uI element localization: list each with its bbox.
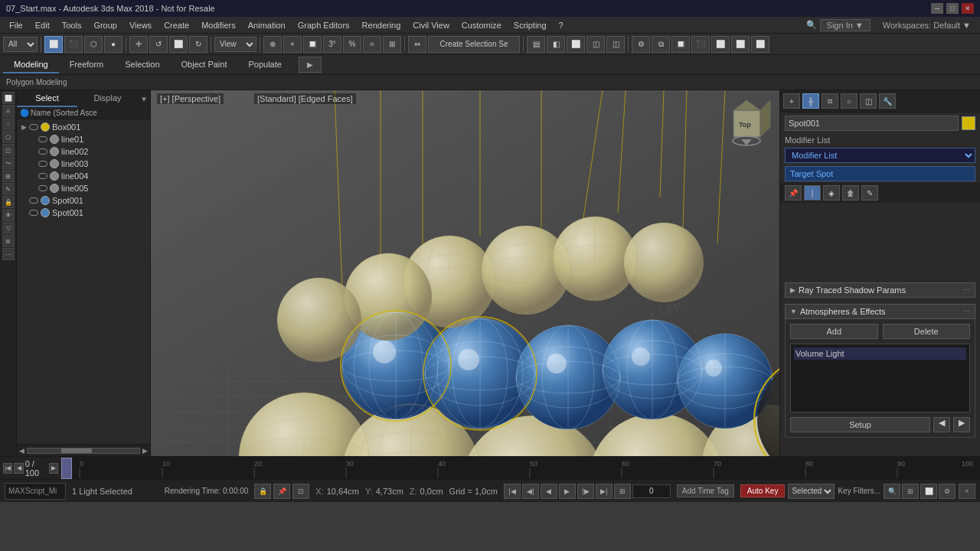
list-item-spot001b[interactable]: Spot001 <box>18 207 149 219</box>
menu-file[interactable]: File <box>3 19 29 31</box>
window-controls[interactable]: ─ □ ✕ <box>931 3 974 14</box>
percent-snap-btn[interactable]: % <box>343 36 361 53</box>
list-item-spot001a[interactable]: Spot001 <box>18 194 149 207</box>
panel-tab-display[interactable]: Display <box>77 90 138 107</box>
filter4-btn[interactable]: ⚙ <box>939 484 956 499</box>
atm-add-btn[interactable]: Add <box>790 324 878 339</box>
current-frame-input[interactable] <box>632 484 671 498</box>
snap-3d-btn[interactable]: 🔲 <box>303 36 322 53</box>
atm-prev-btn[interactable]: ◀ <box>933 417 950 432</box>
mirror-btn[interactable]: ⇔ <box>408 36 426 53</box>
pin-stack-btn[interactable]: 📌 <box>785 185 802 201</box>
motion-icon[interactable]: 〜 <box>2 157 15 169</box>
menu-views[interactable]: Views <box>123 19 158 31</box>
tab-object-paint[interactable]: Object Paint <box>171 57 238 73</box>
menu-customize[interactable]: Customize <box>456 19 508 31</box>
play-btn[interactable]: ▶ <box>559 484 576 499</box>
select-lasso-btn[interactable]: ⬡ <box>84 36 103 53</box>
list-item-line01[interactable]: line01 <box>18 133 149 145</box>
menu-civil-view[interactable]: Civil View <box>407 19 455 31</box>
extra-btn2[interactable]: ⬜ <box>731 36 750 53</box>
minimize-btn[interactable]: ─ <box>931 3 943 14</box>
utility-panel-btn[interactable]: 🔧 <box>879 93 896 109</box>
ray-traced-header[interactable]: ▶ Ray Traced Shadow Params ⋯ <box>785 282 975 298</box>
atm-setup-btn[interactable]: Setup <box>790 417 930 432</box>
show-end-result-btn[interactable]: | <box>804 185 821 201</box>
list-item-box001[interactable]: ▶ Box001 <box>18 121 149 133</box>
scene-explorer-btn[interactable]: 🔲 <box>671 36 690 53</box>
spinner-snap-btn[interactable]: ≈ <box>363 36 381 53</box>
list-scrollbar[interactable]: ◀ ▶ <box>17 444 150 456</box>
atm-item-volume-light[interactable]: Volume Light <box>794 347 966 360</box>
key-filters-btn[interactable]: Key Filters... <box>838 487 880 495</box>
rotate-btn[interactable]: ↻ <box>189 36 207 53</box>
scrollbar-track[interactable] <box>27 448 140 454</box>
menu-scripting[interactable]: Scripting <box>508 19 553 31</box>
extra-btn1[interactable]: ⬜ <box>711 36 730 53</box>
redo-btn[interactable]: ⬜ <box>169 36 188 53</box>
auto-key-btn[interactable]: Auto Key <box>740 484 786 497</box>
atm-next-btn[interactable]: ▶ <box>953 417 970 432</box>
select-tool-btn[interactable]: ⬜ <box>44 36 63 53</box>
panel-tab-select[interactable]: Select <box>17 90 77 107</box>
object-name-input[interactable] <box>785 116 959 131</box>
viewport[interactable]: X Y Z 人人素材 www.rr-sc.com 人人素材 www.rr-sc.… <box>151 90 779 456</box>
atm-delete-btn[interactable]: Delete <box>883 324 971 339</box>
panel-expand-btn[interactable]: ▼ <box>138 90 150 107</box>
move-tool-btn[interactable]: ✛ <box>129 36 148 53</box>
tab-modeling[interactable]: Modeling <box>3 57 59 73</box>
maxscript-input[interactable]: MAXScript_Mi <box>5 483 66 500</box>
create-selection-btn[interactable]: Create Selection Se <box>428 36 520 53</box>
maximize-btn[interactable]: □ <box>946 3 959 14</box>
step-back-btn[interactable]: ◀| <box>522 484 539 499</box>
select-region-btn[interactable]: ⬛ <box>64 36 83 53</box>
go-end-btn[interactable]: ▶| <box>596 484 612 499</box>
search-filter-btn[interactable]: 🔍 <box>884 484 900 499</box>
isolation-btn[interactable]: ⊡ <box>292 484 309 499</box>
scene-explorer-icon[interactable]: ⬜ <box>2 92 15 104</box>
key-mode-btn[interactable]: ⊞ <box>614 484 631 499</box>
layer-icon[interactable]: ≡ <box>2 105 15 117</box>
configure-modifiers-btn[interactable]: ✎ <box>861 185 878 201</box>
object-icon[interactable]: ○ <box>2 118 15 130</box>
menu-help[interactable]: ? <box>553 19 570 31</box>
modify-panel-btn[interactable]: ╫ <box>802 93 819 109</box>
create-panel-btn[interactable]: + <box>783 93 800 109</box>
scrollbar-thumb[interactable] <box>61 448 92 453</box>
view-dropdown[interactable]: View <box>214 37 256 52</box>
eye-icon[interactable]: 👁 <box>2 209 15 221</box>
remove-modifier-btn[interactable]: 🗑 <box>842 185 859 201</box>
menu-group[interactable]: Group <box>87 19 123 31</box>
edit-named-btn[interactable]: ⊞ <box>383 36 401 53</box>
snap-btn[interactable]: + <box>283 36 302 53</box>
graph-editors-btn[interactable]: ▤ <box>527 36 545 53</box>
select-icon[interactable]: ⊛ <box>2 235 15 247</box>
menu-animation[interactable]: Animation <box>242 19 292 31</box>
menu-edit[interactable]: Edit <box>29 19 56 31</box>
angle-snap-btn[interactable]: 3° <box>323 36 341 53</box>
hierarchy-icon[interactable]: ⬡ <box>2 131 15 143</box>
tab-selection[interactable]: Selection <box>114 57 170 73</box>
add-time-tag-btn[interactable]: Add Time Tag <box>677 484 734 497</box>
go-start-btn[interactable]: |◀ <box>504 484 521 499</box>
eye-icon3[interactable] <box>38 148 47 155</box>
manage-layers-btn[interactable]: ⬛ <box>691 36 710 53</box>
expand-status-btn[interactable]: + <box>959 484 975 499</box>
link-icon[interactable]: ⋯ <box>2 248 15 260</box>
render-frame-btn[interactable]: ◫ <box>586 36 605 53</box>
atmospheres-header[interactable]: ▼ Atmospheres & Effects ⋯ <box>785 304 975 319</box>
list-item-line002[interactable]: line002 <box>18 145 149 158</box>
display-panel-btn[interactable]: ◫ <box>860 93 877 109</box>
modifier-target-spot[interactable]: Target Spot <box>786 167 975 181</box>
display-icon[interactable]: ◫ <box>2 144 15 156</box>
list-item-line004[interactable]: line004 <box>18 170 149 182</box>
motion-panel-btn[interactable]: ○ <box>841 93 858 109</box>
filter-icon[interactable]: ▽ <box>2 222 15 234</box>
render-scene-btn[interactable]: ◧ <box>547 36 565 53</box>
selection-filter-dropdown[interactable]: All <box>3 37 38 52</box>
lock-selection-btn[interactable]: 🔒 <box>254 484 271 499</box>
tab-expand-btn[interactable]: ▶ <box>299 57 322 73</box>
quick-render-btn[interactable]: ⬜ <box>567 36 585 53</box>
layer-manager-btn[interactable]: ◫ <box>606 36 625 53</box>
menu-modifiers[interactable]: Modifiers <box>195 19 242 31</box>
